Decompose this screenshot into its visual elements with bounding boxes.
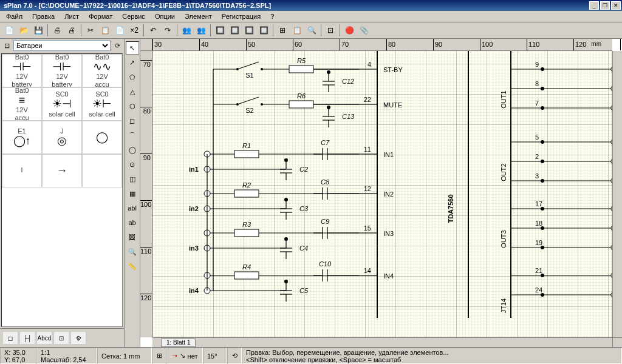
component-cell[interactable]: Bat0⊣⊢12Vbattery — [2, 54, 42, 87]
draw-tool[interactable]: ⬡ — [126, 99, 139, 113]
menu-sheet[interactable]: Лист — [62, 12, 81, 21]
maximize-button[interactable]: ❐ — [600, 1, 610, 10]
svg-text:R4: R4 — [242, 263, 251, 271]
svg-text:JT14: JT14 — [500, 298, 507, 313]
draw-tool[interactable]: ↖ — [126, 41, 139, 55]
toolbar-button[interactable]: ↶ — [146, 24, 160, 37]
menu-help[interactable]: ? — [268, 12, 276, 21]
lib-tool-button[interactable]: ◻ — [2, 331, 18, 345]
vertical-scrollbar[interactable] — [612, 51, 622, 337]
draw-tool[interactable]: ◫ — [126, 172, 139, 186]
main-toolbar: 📄📂💾🖨🖨✂📋📄×2↶↷👥👥🔲🔲🔲🔲⊞📋🔍⊡🔴📎 — [0, 22, 622, 39]
toolbar-button[interactable]: ×2 — [128, 24, 141, 37]
lib-tool-button[interactable]: ⊡ — [53, 331, 69, 345]
draw-tool[interactable]: ◻ — [126, 114, 139, 127]
schematic-canvas[interactable]: TDA75604ST-BY22MUTE11IN112IN215IN314IN4S… — [152, 51, 612, 337]
lib-tool-button[interactable]: ⚙ — [70, 331, 86, 345]
component-cell[interactable]: ◯ — [82, 121, 122, 154]
toolbar-button[interactable]: ⊡ — [324, 24, 337, 37]
toolbar-button[interactable]: 📄 — [2, 24, 16, 37]
snap-toggle-icon[interactable]: ⊞ — [157, 352, 162, 360]
svg-point-177 — [541, 293, 544, 297]
draw-tool[interactable]: abl — [126, 201, 139, 215]
menu-register[interactable]: Регистрация — [219, 12, 263, 21]
component-cell[interactable]: Bat0∿∿12Vaccu — [82, 54, 122, 87]
toolbar-button[interactable]: 📋 — [98, 24, 112, 37]
menu-format[interactable]: Формат — [86, 12, 115, 21]
draw-tool[interactable]: 🔍 — [126, 245, 139, 258]
component-cell[interactable] — [82, 154, 122, 187]
toolbar-button[interactable]: 👥 — [194, 24, 208, 37]
svg-text:8: 8 — [535, 80, 539, 87]
category-select[interactable]: Батареи — [13, 40, 111, 51]
svg-point-99 — [284, 158, 288, 162]
toolbar-button[interactable]: 🖨 — [65, 24, 78, 37]
toolbar-button[interactable]: 📂 — [17, 24, 30, 37]
toolbar-button[interactable]: 🔲 — [242, 24, 256, 37]
draw-tool[interactable]: 🖼 — [126, 231, 139, 244]
horizontal-scrollbar[interactable]: 1: Blatt 1 — [152, 337, 612, 347]
draw-tool[interactable]: 📏 — [126, 260, 139, 273]
menu-options[interactable]: Опции — [152, 12, 177, 21]
draw-tool[interactable]: ⌒ — [126, 129, 139, 142]
toolbar-button[interactable]: 🔲 — [213, 24, 227, 37]
lib-tool-button[interactable]: ├┤ — [19, 331, 35, 345]
svg-point-87 — [327, 70, 330, 74]
draw-tool[interactable]: ▦ — [126, 187, 139, 200]
toolbar-button[interactable]: 🔲 — [228, 24, 241, 37]
draw-tool[interactable]: ab — [126, 216, 139, 229]
svg-text:S1: S1 — [245, 72, 253, 79]
menu-element[interactable]: Элемент — [182, 12, 214, 21]
line-style-icon[interactable]: ➝ — [172, 352, 177, 360]
svg-text:C2: C2 — [299, 166, 308, 173]
toolbar-button[interactable]: 🔴 — [343, 24, 356, 37]
toolbar-button[interactable]: 📄 — [113, 24, 126, 37]
status-ratio: 1:1 — [41, 349, 93, 356]
toolbar-button[interactable]: 🖨 — [50, 24, 64, 37]
draw-tool[interactable]: ↗ — [126, 56, 139, 69]
sheet-tab[interactable]: 1: Blatt 1 — [161, 339, 196, 347]
component-cell[interactable]: SC0☀⊢solar cell — [82, 87, 122, 121]
toolbar-button[interactable]: ↷ — [161, 24, 174, 37]
menu-file[interactable]: Файл — [4, 12, 25, 21]
line-toggle-icon[interactable]: ↘ — [180, 352, 185, 360]
angle-lock-icon[interactable]: ⟲ — [232, 352, 238, 360]
toolbar-button[interactable]: 👥 — [180, 24, 193, 37]
component-cell[interactable]: Bat0≡12Vaccu — [2, 87, 42, 121]
minimize-button[interactable]: _ — [589, 1, 599, 10]
svg-text:IN1: IN1 — [383, 151, 394, 158]
toolbar-button[interactable]: ⊞ — [276, 24, 289, 37]
status-x: X: 35,0 — [4, 349, 32, 356]
menu-edit[interactable]: Правка — [30, 12, 57, 21]
close-button[interactable]: ✕ — [611, 1, 621, 10]
status-hint2: <Shift> отключение привязки, <Space> = м… — [246, 356, 618, 363]
toolbar-button[interactable]: 🔲 — [257, 24, 270, 37]
lib-tool-button[interactable]: Abcd — [36, 331, 52, 345]
component-cell[interactable]: J◎ — [42, 121, 82, 154]
component-cell[interactable]: E1◯↑ — [2, 121, 42, 154]
svg-point-111 — [284, 237, 288, 241]
draw-tool[interactable]: ⬠ — [126, 70, 139, 84]
component-cell[interactable]: I — [2, 154, 42, 187]
svg-text:OUT1: OUT1 — [500, 90, 507, 108]
component-cell[interactable]: → — [42, 154, 82, 187]
svg-line-29 — [238, 97, 259, 104]
svg-text:C12: C12 — [342, 78, 354, 85]
component-cell[interactable]: Bat0⊣⊢12Vbattery — [42, 54, 82, 87]
lib-refresh-icon[interactable]: ⟳ — [112, 40, 123, 51]
menu-service[interactable]: Сервис — [120, 12, 148, 21]
component-cell[interactable]: SC0☀⊣solar cell — [42, 87, 82, 121]
toolbar-button[interactable]: 💾 — [32, 24, 45, 37]
draw-tool[interactable]: ⊙ — [126, 158, 139, 171]
toolbar-button[interactable]: ✂ — [84, 24, 97, 37]
window-title: sPlan 7.0 - [C:\DOCUME~1\7922~1\0016~1\A… — [1, 2, 588, 9]
draw-tool[interactable]: △ — [126, 85, 139, 98]
toolbar-button[interactable]: 📎 — [357, 24, 371, 37]
toolbar-button[interactable]: 📋 — [290, 24, 304, 37]
toolbar-button[interactable]: 🔍 — [305, 24, 318, 37]
lib-config-icon[interactable]: ⊡ — [1, 40, 12, 51]
svg-point-142 — [541, 106, 544, 110]
draw-tool[interactable]: ◯ — [126, 143, 139, 157]
svg-text:3: 3 — [535, 172, 539, 180]
svg-point-147 — [541, 140, 544, 144]
